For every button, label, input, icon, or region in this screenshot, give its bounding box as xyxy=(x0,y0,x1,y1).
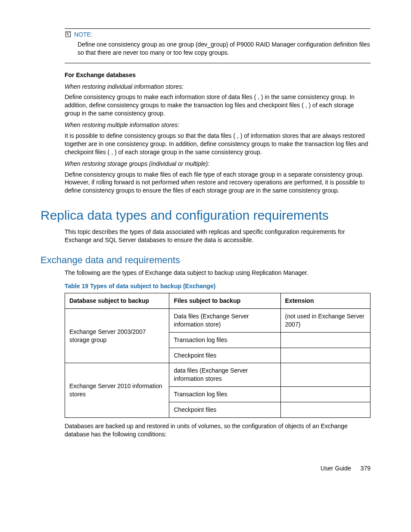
table-header-row: Database subject to backup Files subject… xyxy=(65,293,371,309)
cell-ext xyxy=(280,402,370,418)
restore-individual-body: Define consistency groups to make each i… xyxy=(65,93,368,118)
footer-page-number: 379 xyxy=(361,465,371,472)
note-rule-top xyxy=(65,28,371,29)
h2-exchange-data: Exchange data and requirements xyxy=(40,254,371,267)
notepad-icon xyxy=(65,31,72,38)
cell-ext xyxy=(280,387,370,402)
table-caption: Table 19 Types of data subject to backup… xyxy=(65,282,371,290)
backup-types-table: Database subject to backup Files subject… xyxy=(65,293,371,418)
footer-label: User Guide xyxy=(321,465,351,472)
cell-files: Transaction log files xyxy=(169,387,280,402)
cell-db: Exchange Server 2010 information stores xyxy=(65,363,169,418)
h2-intro: The following are the types of Exchange … xyxy=(65,269,368,277)
cell-db: Exchange Server 2003/2007 storage group xyxy=(65,308,169,363)
note-label: NOTE: xyxy=(74,31,93,39)
cell-ext xyxy=(280,348,370,363)
cell-files: Data files (Exchange Server information … xyxy=(169,308,280,332)
cell-files: Checkpoint files xyxy=(169,402,280,418)
table-row: Exchange Server 2010 information stores … xyxy=(65,363,371,387)
cell-ext xyxy=(280,363,370,387)
th-database: Database subject to backup xyxy=(65,293,169,309)
cell-ext xyxy=(280,332,370,348)
restore-multiple-body: It is possible to define consistency gro… xyxy=(65,132,368,156)
table-row: Exchange Server 2003/2007 storage group … xyxy=(65,308,371,332)
after-table-paragraph: Databases are backed up and restored in … xyxy=(65,422,368,439)
restore-multiple-title: When restoring multiple information stor… xyxy=(65,121,371,129)
th-extension: Extension xyxy=(280,293,370,309)
cell-ext: (not used in Exchange Server 2007) xyxy=(280,308,370,332)
restore-storage-title: When restoring storage groups (individua… xyxy=(65,160,371,168)
cell-files: Transaction log files xyxy=(169,332,280,348)
cell-files: data files (Exchange Server information … xyxy=(169,363,280,387)
restore-storage-body: Define consistency groups to make files … xyxy=(65,171,368,195)
note-header: NOTE: xyxy=(65,31,371,39)
h1-replica-data-types: Replica data types and configuration req… xyxy=(40,207,371,224)
th-files: Files subject to backup xyxy=(169,293,280,309)
note-rule-bottom xyxy=(65,63,371,63)
exchange-subhead: For Exchange databases xyxy=(65,71,371,79)
h1-intro: This topic describes the types of data a… xyxy=(65,228,368,244)
cell-files: Checkpoint files xyxy=(169,348,280,363)
note-body: Define one consistency group as one grou… xyxy=(78,40,371,57)
page-footer: User Guide 379 xyxy=(40,464,371,473)
restore-individual-title: When restoring individual information st… xyxy=(65,83,371,91)
